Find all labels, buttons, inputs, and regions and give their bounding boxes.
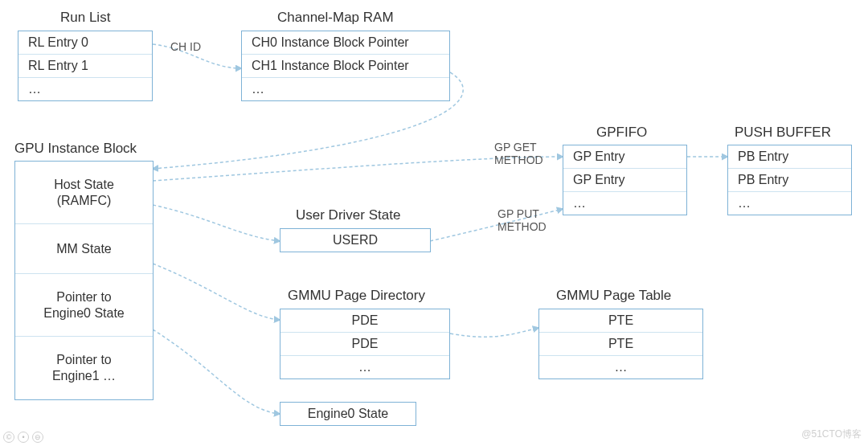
table-row: CH1 Instance Block Pointer [242, 55, 449, 78]
table-row: Pointer toEngine0 State [15, 274, 153, 337]
table-row: Pointer toEngine1 … [15, 337, 153, 399]
table-row: RL Entry 0 [18, 31, 152, 55]
table-row: GP Entry [563, 145, 686, 169]
table-row: PB Entry [728, 145, 851, 169]
push-buffer-table: PB Entry PB Entry … [727, 145, 852, 215]
gpfifo-table: GP Entry GP Entry … [563, 145, 687, 215]
channel-map-table: CH0 Instance Block Pointer CH1 Instance … [241, 31, 450, 101]
table-row: USERD [280, 229, 430, 252]
run-list-title: Run List [60, 10, 110, 26]
page-dir-title: GMMU Page Directory [288, 288, 425, 304]
push-buffer-title: PUSH BUFFER [735, 125, 831, 141]
edge-label-gpput: GP PUTMETHOD [497, 207, 547, 233]
table-row: PTE [539, 333, 702, 356]
instance-block-table: Host State(RAMFC) MM State Pointer toEng… [14, 161, 154, 400]
user-driver-title: User Driver State [296, 207, 400, 223]
marker-icon: © [3, 432, 14, 443]
table-row: MM State [15, 224, 153, 274]
watermark: @51CTO博客 [801, 428, 862, 441]
marker-icon: • [18, 432, 29, 443]
table-row: PTE [539, 309, 702, 333]
table-row: PB Entry [728, 169, 851, 192]
table-row: GP Entry [563, 169, 686, 192]
channel-map-title: Channel-Map RAM [277, 10, 394, 26]
table-row: PDE [280, 309, 449, 333]
engine-state-table: Engine0 State [280, 402, 416, 426]
table-row: PDE [280, 333, 449, 356]
marker-icon: ⊖ [32, 432, 43, 443]
table-row: Host State(RAMFC) [15, 162, 153, 224]
table-row: … [242, 78, 449, 100]
page-table-table: PTE PTE … [538, 309, 703, 379]
page-table-title: GMMU Page Table [556, 288, 671, 304]
instance-block-title: GPU Instance Block [14, 141, 137, 157]
table-row: … [280, 356, 449, 378]
edge-label-chid: CH ID [170, 40, 201, 53]
footer-icons: © • ⊖ [3, 432, 43, 443]
gpfifo-title: GPFIFO [596, 125, 647, 141]
page-dir-table: PDE PDE … [280, 309, 450, 379]
table-row: Engine0 State [280, 403, 416, 425]
table-row: … [728, 192, 851, 215]
user-driver-table: USERD [280, 228, 431, 252]
table-row: RL Entry 1 [18, 55, 152, 78]
table-row: CH0 Instance Block Pointer [242, 31, 449, 55]
table-row: … [18, 78, 152, 100]
table-row: … [563, 192, 686, 215]
run-list-table: RL Entry 0 RL Entry 1 … [18, 31, 153, 101]
table-row: … [539, 356, 702, 378]
edge-label-gpget: GP GETMETHOD [494, 141, 543, 166]
